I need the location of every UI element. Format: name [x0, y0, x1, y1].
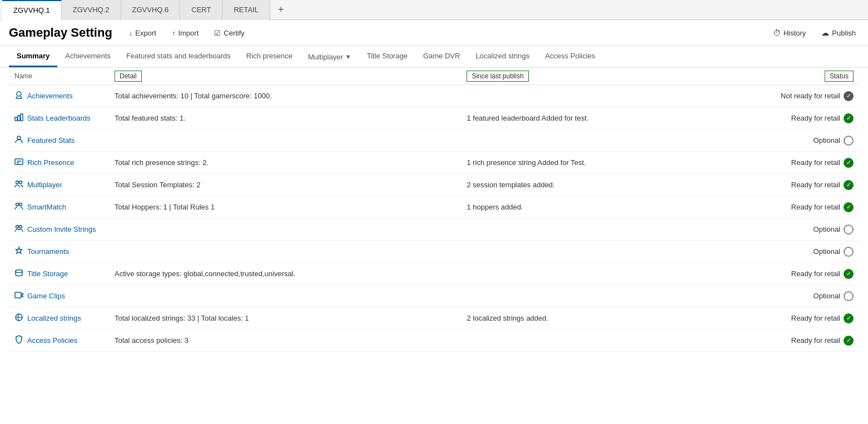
status-label-multiplayer: Ready for retail	[791, 181, 840, 189]
tab-tab5[interactable]: RETAIL	[222, 0, 270, 20]
col-name-header: Name	[9, 68, 109, 85]
status-cell-game-clips: Optional	[711, 291, 854, 301]
cell-detail-title-storage: Active storage types: global,connected,t…	[109, 263, 461, 285]
status-label-featured-stats: Optional	[814, 136, 840, 144]
nav-tab-achievements[interactable]: Achievements	[57, 46, 118, 67]
cell-name-featured-stats: Featured Stats	[9, 129, 109, 152]
nav-tab-label-game_dvr: Game DVR	[423, 52, 460, 60]
row-icon-tournaments	[14, 246, 23, 257]
import-icon: ↑	[172, 29, 176, 37]
nav-tab-localized_strings[interactable]: Localized strings	[468, 46, 537, 67]
detail-text-smartmatch: Total Hoppers: 1 | Total Rules 1	[115, 203, 215, 211]
status-icon-green-localized-strings: ✓	[844, 313, 854, 323]
nav-tab-game_dvr[interactable]: Game DVR	[415, 46, 468, 67]
nav-tab-multiplayer[interactable]: Multiplayer▼	[300, 47, 359, 67]
tab-tab2[interactable]: ZGVVHQ.2	[62, 0, 121, 20]
cell-since-featured-stats	[461, 129, 705, 152]
certify-button[interactable]: ☑ Certify	[211, 27, 248, 39]
status-icon-green-title-storage: ✓	[844, 269, 854, 279]
header: Gameplay Setting ↓ Export ↑ Import ☑ Cer…	[0, 20, 868, 46]
col-since-header: Since last publish	[461, 68, 705, 85]
row-link-featured-stats[interactable]: Featured Stats	[14, 135, 103, 146]
cell-since-access-policies	[461, 330, 705, 352]
cell-status-custom-invite: Optional	[705, 218, 859, 241]
status-cell-tournaments: Optional	[711, 247, 854, 257]
export-button[interactable]: ↓ Export	[126, 27, 160, 39]
row-link-title-storage[interactable]: Title Storage	[14, 268, 103, 279]
detail-text-title-storage: Active storage types: global,connected,t…	[115, 270, 295, 278]
cell-status-game-clips: Optional	[705, 285, 859, 307]
row-link-game-clips[interactable]: Game Clips	[14, 291, 103, 301]
cell-name-tournaments: Tournaments	[9, 241, 109, 263]
certify-label: Certify	[224, 29, 245, 37]
status-label-smartmatch: Ready for retail	[791, 203, 840, 211]
svg-point-4	[17, 136, 21, 139]
nav-tab-label-access_policies: Access Policies	[545, 52, 595, 60]
svg-point-14	[16, 270, 22, 273]
since-header-boxed: Since last publish	[467, 71, 528, 82]
cell-status-stats-leaderboards: Ready for retail ✓	[705, 107, 859, 129]
table-row: Localized strings Total localized string…	[9, 307, 859, 330]
status-cell-achievements: Not ready for retail ✓	[711, 91, 854, 101]
row-link-custom-invite[interactable]: Custom Invite Strings	[14, 224, 103, 235]
nav-tab-label-featured_stats: Featured stats and leaderboards	[126, 52, 231, 60]
cell-status-title-storage: Ready for retail ✓	[705, 263, 859, 285]
tab-tab3[interactable]: ZGVVHQ.6	[121, 0, 181, 20]
status-icon-optional-custom-invite	[844, 225, 854, 235]
row-link-localized-strings[interactable]: Localized strings	[14, 313, 103, 323]
tab-tab4[interactable]: CERT	[180, 0, 222, 20]
since-text-stats-leaderboards: 1 featured leaderboard Added for test.	[467, 114, 588, 122]
cell-since-stats-leaderboards: 1 featured leaderboard Added for test.	[461, 107, 705, 129]
row-link-achievements[interactable]: Achievements	[14, 91, 103, 101]
row-link-stats-leaderboards[interactable]: Stats Leaderboards	[14, 113, 103, 123]
import-button[interactable]: ↑ Import	[168, 27, 202, 39]
nav-tab-summary[interactable]: Summary	[9, 46, 57, 67]
row-name-label-achievements: Achievements	[27, 92, 73, 100]
cell-since-multiplayer: 2 session templates added.	[461, 174, 705, 196]
add-tab-button[interactable]: +	[270, 0, 292, 20]
status-icon-green-smartmatch: ✓	[844, 202, 854, 212]
row-name-label-smartmatch: SmartMatch	[27, 203, 66, 211]
col-status-header: Status	[705, 68, 859, 85]
status-cell-multiplayer: Ready for retail ✓	[711, 180, 854, 190]
nav-tab-rich_presence[interactable]: Rich presence	[239, 46, 300, 67]
detail-text-multiplayer: Total Session Templates: 2	[115, 181, 200, 189]
row-link-tournaments[interactable]: Tournaments	[14, 246, 103, 257]
row-link-rich-presence[interactable]: Rich Presence	[14, 157, 103, 168]
status-icon-optional-featured-stats	[844, 136, 854, 146]
cell-detail-featured-stats	[109, 129, 461, 152]
status-icon-green-stats-leaderboards: ✓	[844, 113, 854, 123]
nav-tab-access_policies[interactable]: Access Policies	[537, 46, 603, 67]
chevron-down-icon: ▼	[345, 53, 351, 60]
row-link-smartmatch[interactable]: SmartMatch	[14, 202, 103, 212]
nav-tab-label-title_storage: Title Storage	[367, 52, 408, 60]
cell-detail-stats-leaderboards: Total featured stats: 1.	[109, 107, 461, 129]
row-name-label-localized-strings: Localized strings	[27, 314, 81, 322]
svg-point-13	[19, 226, 22, 228]
cell-name-rich-presence: Rich Presence	[9, 152, 109, 174]
header-right: ⏱ History ☁ Publish	[770, 26, 859, 39]
cell-name-game-clips: Game Clips	[9, 285, 109, 307]
page-title: Gameplay Setting	[9, 26, 112, 40]
publish-button[interactable]: ☁ Publish	[818, 26, 859, 39]
table-row: Stats Leaderboards Total featured stats:…	[9, 107, 859, 129]
row-link-multiplayer[interactable]: Multiplayer	[14, 179, 103, 190]
row-link-access-policies[interactable]: Access Policies	[14, 335, 103, 346]
table-row: Game Clips Optional	[9, 285, 859, 307]
status-label-localized-strings: Ready for retail	[791, 314, 840, 322]
nav-tab-featured_stats[interactable]: Featured stats and leaderboards	[118, 46, 239, 67]
tab-bar: ZGVVHQ.1ZGVVHQ.2ZGVVHQ.6CERTRETAIL +	[0, 0, 868, 20]
row-name-label-custom-invite: Custom Invite Strings	[27, 225, 96, 233]
summary-table-container: Name Detail Since last publish Status Ac…	[0, 68, 868, 352]
cell-detail-achievements: Total achievements: 10 | Total gamerscor…	[109, 85, 461, 107]
cell-detail-localized-strings: Total localized strings: 33 | Total loca…	[109, 307, 461, 330]
nav-tab-title_storage[interactable]: Title Storage	[359, 46, 415, 67]
nav-tab-label-achievements: Achievements	[65, 52, 111, 60]
svg-point-10	[16, 203, 19, 206]
cell-since-game-clips	[461, 285, 705, 307]
row-icon-stats-leaderboards	[14, 113, 23, 123]
history-button[interactable]: ⏱ History	[770, 26, 809, 39]
svg-rect-1	[15, 117, 17, 121]
tab-tab1[interactable]: ZGVVHQ.1	[2, 0, 62, 20]
detail-text-access-policies: Total access policies: 3	[115, 336, 189, 345]
